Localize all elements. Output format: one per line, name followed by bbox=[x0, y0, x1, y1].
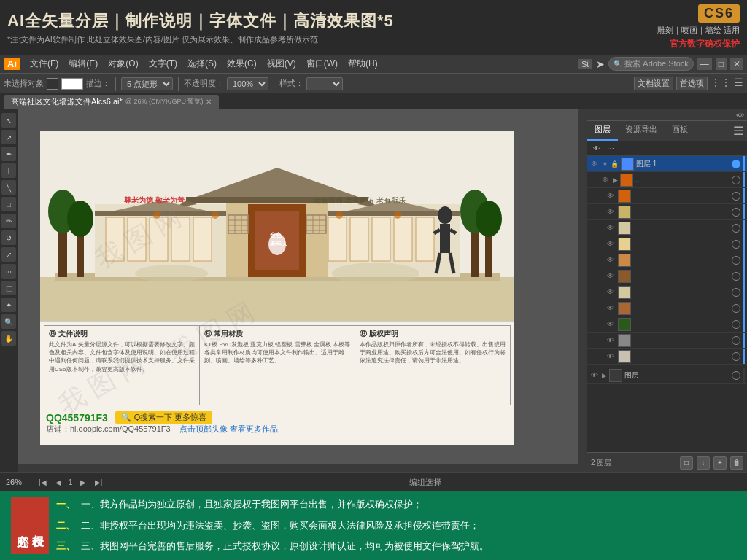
sep3 bbox=[274, 77, 274, 91]
vertical-scrollbar[interactable] bbox=[578, 109, 587, 464]
horizontal-scrollbar[interactable] bbox=[18, 464, 587, 472]
minimize-button[interactable]: — bbox=[697, 58, 712, 70]
layer-row[interactable]: 👁 ▶ ... bbox=[587, 172, 747, 188]
num2: 二、 bbox=[56, 520, 75, 531]
expand-icon2[interactable]: ▶ bbox=[613, 176, 618, 184]
brush-tool[interactable]: ✏ bbox=[1, 214, 16, 228]
panel-eye-btn[interactable]: 👁 bbox=[591, 144, 603, 153]
tab-close-icon[interactable]: ✕ bbox=[206, 98, 212, 106]
layer-row[interactable]: 👁 bbox=[587, 268, 747, 284]
layer-eye-btn[interactable]: 👁 bbox=[605, 319, 616, 330]
opacity-select[interactable]: 100% bbox=[227, 77, 268, 90]
menu-text[interactable]: 文字(T) bbox=[144, 56, 182, 71]
layer-row[interactable]: 👁 ▼ 🔒 图层 1 bbox=[587, 156, 747, 172]
layer-eye-btn[interactable]: 👁 bbox=[605, 207, 616, 217]
layer-bar bbox=[743, 368, 745, 383]
delete-layer-btn[interactable]: 🗑 bbox=[730, 456, 743, 470]
layers-tab[interactable]: 图层 bbox=[587, 121, 618, 141]
canvas-area[interactable]: 金色 老年人 bbox=[18, 109, 587, 472]
menu-icon[interactable]: ☰ bbox=[734, 77, 743, 90]
layer-eye-btn[interactable]: 👁 bbox=[605, 287, 616, 298]
menu-object[interactable]: 对象(O) bbox=[104, 56, 142, 71]
line-tool[interactable]: ╲ bbox=[1, 180, 16, 195]
layer-eye-btn[interactable]: 👁 bbox=[605, 303, 616, 314]
menu-help[interactable]: 帮助(H) bbox=[344, 56, 382, 71]
gradient-tool[interactable]: ◫ bbox=[1, 281, 16, 295]
layer-eye-btn[interactable]: 👁 bbox=[589, 370, 600, 381]
search-container[interactable]: 🔍 搜索 Adobe Stock bbox=[608, 57, 693, 71]
num3: 三、 bbox=[56, 540, 75, 551]
layer-eye-btn[interactable]: 👁 bbox=[605, 239, 616, 249]
doc-settings-button[interactable]: 文档设置 bbox=[634, 77, 673, 90]
rotate-tool[interactable]: ↺ bbox=[1, 230, 16, 245]
rect-tool[interactable]: □ bbox=[1, 197, 16, 211]
blend-tool[interactable]: ∞ bbox=[1, 264, 16, 279]
layer-eye-btn[interactable]: 👁 bbox=[605, 335, 616, 346]
layer-row[interactable]: 👁 bbox=[587, 316, 747, 332]
prev-page-btn[interactable]: |◀ bbox=[37, 478, 48, 487]
panel-add-btn[interactable]: + bbox=[713, 456, 727, 470]
layer-row[interactable]: 👁 bbox=[587, 220, 747, 236]
direct-select-tool[interactable]: ↗ bbox=[1, 130, 16, 144]
active-tab[interactable]: 高端社区文化墙源文件Alcs6.ai* @ 26% (CMYK/GPU 预览) … bbox=[4, 95, 219, 109]
menu-file[interactable]: 文件(F) bbox=[26, 56, 63, 71]
new-layer-btn[interactable]: □ bbox=[680, 456, 693, 470]
layer-row[interactable]: 👁 bbox=[587, 284, 747, 300]
layer-row[interactable]: 👁 bbox=[587, 332, 747, 349]
prev-btn[interactable]: ◀ bbox=[54, 478, 63, 487]
layer-eye-btn[interactable]: 👁 bbox=[605, 255, 616, 265]
layer-row[interactable]: 👁 bbox=[587, 188, 747, 204]
artboard-tab[interactable]: 画板 bbox=[665, 121, 695, 141]
search-promo-text: Q搜索一下 更多惊喜 bbox=[134, 412, 207, 423]
layer-eye-btn[interactable]: 👁 bbox=[605, 191, 616, 201]
expand-icon[interactable]: ▼ bbox=[602, 160, 608, 168]
shop-line: 店铺：hi.ooopic.com/QQ455791F3 点击顶部头像 查看更多作… bbox=[46, 424, 508, 435]
panel-menu-icon[interactable]: ☰ bbox=[729, 121, 747, 141]
next-btn[interactable]: ▶ bbox=[79, 478, 88, 487]
preferences-button[interactable]: 首选项 bbox=[676, 77, 708, 90]
search-promo-btn[interactable]: 🔍 Q搜索一下 更多惊喜 bbox=[115, 411, 213, 424]
menu-view[interactable]: 视图(V) bbox=[263, 56, 301, 71]
file-desc-content: 此文件为AI矢量分层源文件，可以根据需要修改文字、颜色及相关内容。文件包含字体及… bbox=[49, 341, 195, 373]
close-button[interactable]: ✕ bbox=[730, 58, 743, 70]
move-down-btn[interactable]: ↓ bbox=[697, 456, 710, 470]
zoom-tool[interactable]: 🔍 bbox=[1, 314, 16, 329]
panel-controls: 👁 ⋯ bbox=[587, 141, 747, 156]
next-page-btn[interactable]: ▶| bbox=[93, 478, 104, 487]
layer-eye-btn[interactable]: 👁 bbox=[605, 271, 616, 281]
menu-window[interactable]: 窗口(W) bbox=[302, 56, 342, 71]
hand-tool[interactable]: ✋ bbox=[1, 331, 16, 346]
selection-tool[interactable]: ↖ bbox=[1, 113, 16, 128]
copyright-title: ⑧ 版权声明 bbox=[360, 329, 506, 339]
type-tool[interactable]: T bbox=[1, 163, 16, 178]
layer-row[interactable]: 👁 bbox=[587, 349, 747, 365]
menu-select[interactable]: 选择(S) bbox=[183, 56, 221, 71]
export-tab[interactable]: 资源导出 bbox=[618, 121, 665, 141]
layer-eye-btn[interactable]: 👁 bbox=[605, 351, 616, 362]
layer-eye-btn[interactable]: 👁 bbox=[600, 175, 611, 185]
layer-row[interactable]: 👁 bbox=[587, 204, 747, 220]
layer-row[interactable]: 👁 bbox=[587, 252, 747, 268]
layer-blue-bar bbox=[743, 188, 745, 203]
menu-edit[interactable]: 编辑(E) bbox=[64, 56, 102, 71]
layer-eye-btn[interactable]: 👁 bbox=[589, 159, 600, 169]
panel-collapse-icon[interactable]: «» bbox=[736, 111, 744, 119]
layer-thumbnail bbox=[620, 174, 633, 187]
grid-icon[interactable]: ⋮⋮ bbox=[711, 77, 731, 90]
layer2-row[interactable]: 👁 ▶ 图层 bbox=[587, 368, 747, 384]
scale-tool[interactable]: ⤢ bbox=[1, 247, 16, 262]
search-promo-icon: 🔍 bbox=[121, 413, 131, 422]
shape-select[interactable]: 5 点矩形 bbox=[121, 77, 173, 90]
layer-row[interactable]: 👁 bbox=[587, 236, 747, 252]
expand-icon3[interactable]: ▶ bbox=[602, 372, 607, 379]
style-select[interactable] bbox=[306, 77, 343, 90]
shop-action[interactable]: 点击顶部头像 查看更多作品 bbox=[179, 424, 278, 433]
layer-row[interactable]: 👁 bbox=[587, 300, 747, 316]
menu-effect[interactable]: 效果(C) bbox=[222, 56, 261, 71]
eyedropper-tool[interactable]: ✦ bbox=[1, 298, 16, 312]
panel-lock-btn[interactable]: ⋯ bbox=[605, 144, 616, 153]
layer-vis-dot bbox=[732, 288, 740, 297]
pen-tool[interactable]: ✒ bbox=[1, 147, 16, 161]
layer-eye-btn[interactable]: 👁 bbox=[605, 223, 616, 233]
maximize-button[interactable]: □ bbox=[716, 58, 727, 70]
